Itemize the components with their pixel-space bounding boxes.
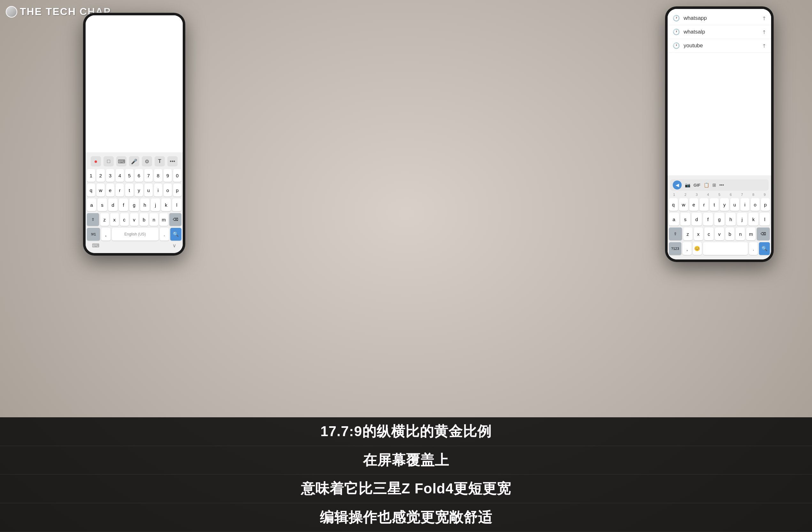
- key-y-right[interactable]: y: [720, 198, 729, 211]
- key-x-right[interactable]: x: [694, 228, 703, 240]
- key-t-right[interactable]: t: [710, 198, 719, 211]
- search-key-right[interactable]: 🔍: [759, 242, 770, 255]
- mic-btn-left[interactable]: 🎤: [129, 156, 139, 167]
- key-6[interactable]: 6: [135, 169, 143, 182]
- asdf-row-right: a s d f g h j k l: [669, 213, 770, 226]
- format-btn-left[interactable]: T: [155, 156, 165, 167]
- key-8[interactable]: 8: [154, 169, 162, 182]
- period-key-right[interactable]: .: [749, 242, 758, 255]
- key-0[interactable]: 0: [173, 169, 182, 182]
- key-5[interactable]: 5: [125, 169, 133, 182]
- key-c-right[interactable]: c: [704, 228, 714, 240]
- keyboard-type-btn-left[interactable]: ⌨: [116, 156, 127, 167]
- key-l-right[interactable]: l: [759, 213, 770, 226]
- key-f[interactable]: f: [119, 198, 128, 211]
- key-b[interactable]: b: [140, 213, 148, 226]
- camera-btn-right[interactable]: 📷: [685, 183, 690, 188]
- suggestion-whatsalp[interactable]: 🕐 whatsalp ↗: [668, 25, 771, 39]
- arrow-icon-3: ↗: [760, 42, 768, 49]
- key-j-right[interactable]: j: [737, 213, 747, 226]
- key-n-right[interactable]: n: [736, 228, 745, 240]
- clipboard-btn-right[interactable]: 📋: [704, 183, 709, 188]
- key-b-right[interactable]: b: [725, 228, 735, 240]
- space-key-right[interactable]: [703, 242, 748, 255]
- key-g-right[interactable]: g: [714, 213, 724, 226]
- key-o[interactable]: o: [163, 184, 172, 197]
- key-z[interactable]: z: [100, 213, 109, 226]
- comma-key-left[interactable]: ,: [101, 228, 111, 241]
- keyboard-icon-left[interactable]: ⌨: [92, 243, 99, 248]
- suggestion-whatsapp[interactable]: 🕐 whatsapp ↗: [668, 12, 771, 25]
- key-h[interactable]: h: [140, 198, 149, 211]
- key-u-right[interactable]: u: [730, 198, 739, 211]
- backspace-key-left[interactable]: ⌫: [169, 213, 182, 226]
- collapse-icon-left[interactable]: ∨: [173, 243, 176, 248]
- emoji-btn-left[interactable]: ●: [91, 156, 101, 167]
- key-w-right[interactable]: w: [679, 198, 688, 211]
- space-key-left[interactable]: English (US): [112, 228, 158, 241]
- emoji-key-right[interactable]: 😊: [693, 242, 702, 255]
- key-d[interactable]: d: [108, 198, 118, 211]
- search-key-left[interactable]: 🔍: [170, 228, 182, 241]
- key-s[interactable]: s: [98, 198, 107, 211]
- key-v-right[interactable]: v: [715, 228, 724, 240]
- key-e[interactable]: e: [106, 184, 114, 197]
- key-k-right[interactable]: k: [749, 213, 759, 226]
- key-h-right[interactable]: h: [726, 213, 736, 226]
- backspace-key-right[interactable]: ⌫: [757, 228, 770, 240]
- kb-toolbar-left: ● □ ⌨ 🎤 ⚙ T •••: [87, 155, 182, 168]
- shift-key-right[interactable]: ⇧: [669, 228, 682, 240]
- key-n[interactable]: n: [149, 213, 158, 226]
- key-z-right[interactable]: z: [683, 228, 693, 240]
- key-p[interactable]: p: [173, 184, 182, 197]
- key-9[interactable]: 9: [163, 169, 172, 182]
- key-a[interactable]: a: [87, 198, 96, 211]
- key-l[interactable]: l: [172, 198, 182, 211]
- key-x[interactable]: x: [110, 213, 119, 226]
- key-f-right[interactable]: f: [703, 213, 713, 226]
- key-7[interactable]: 7: [144, 169, 153, 182]
- key-r[interactable]: r: [116, 184, 124, 197]
- key-s-right[interactable]: s: [680, 213, 691, 226]
- key-v[interactable]: v: [130, 213, 139, 226]
- key-3[interactable]: 3: [106, 169, 114, 182]
- symbols-key-right[interactable]: ?123: [669, 242, 681, 255]
- more-btn-left[interactable]: •••: [168, 156, 178, 167]
- key-i-right[interactable]: i: [740, 198, 749, 211]
- key-k[interactable]: k: [161, 198, 171, 211]
- symbols-key-left[interactable]: !#1: [87, 228, 100, 241]
- settings-btn-left[interactable]: ⚙: [142, 156, 152, 167]
- more-btn-right[interactable]: •••: [719, 183, 724, 188]
- key-m-right[interactable]: m: [746, 228, 755, 240]
- grid-btn-right[interactable]: ⊞: [712, 183, 716, 188]
- number-row-left: 1 2 3 4 5 6 7 8 9 0: [87, 169, 182, 182]
- key-w[interactable]: w: [97, 184, 105, 197]
- key-1[interactable]: 1: [87, 169, 95, 182]
- shift-key-left[interactable]: ⇧: [87, 213, 99, 226]
- suggestion-text-youtube: youtube: [684, 43, 758, 49]
- key-q[interactable]: q: [87, 184, 95, 197]
- gif-btn-right[interactable]: GIF: [694, 183, 700, 188]
- key-t[interactable]: t: [125, 184, 133, 197]
- period-key-left[interactable]: .: [160, 228, 169, 241]
- suggestion-youtube[interactable]: 🕐 youtube ↗: [668, 39, 771, 53]
- key-p-right[interactable]: p: [761, 198, 770, 211]
- key-y[interactable]: y: [135, 184, 143, 197]
- key-2[interactable]: 2: [97, 169, 105, 182]
- key-i[interactable]: i: [154, 184, 162, 197]
- back-btn-right[interactable]: ◀: [673, 181, 682, 189]
- key-g[interactable]: g: [129, 198, 139, 211]
- comma-key-right[interactable]: ,: [683, 242, 692, 255]
- key-q-right[interactable]: q: [669, 198, 678, 211]
- key-m[interactable]: m: [159, 213, 168, 226]
- key-o-right[interactable]: o: [751, 198, 759, 211]
- key-r-right[interactable]: r: [699, 198, 709, 211]
- key-c[interactable]: c: [120, 213, 129, 226]
- key-d-right[interactable]: d: [692, 213, 702, 226]
- key-u[interactable]: u: [144, 184, 153, 197]
- key-a-right[interactable]: a: [669, 213, 679, 226]
- sticker-btn-left[interactable]: □: [103, 156, 114, 167]
- key-j[interactable]: j: [151, 198, 160, 211]
- key-e-right[interactable]: e: [689, 198, 698, 211]
- key-4[interactable]: 4: [116, 169, 124, 182]
